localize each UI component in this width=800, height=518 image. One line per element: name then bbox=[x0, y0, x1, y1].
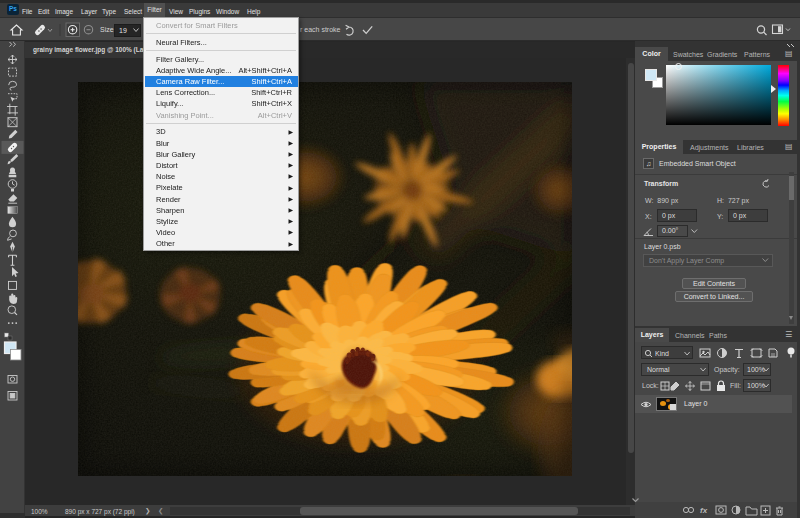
svg-text:fx: fx bbox=[700, 506, 708, 515]
